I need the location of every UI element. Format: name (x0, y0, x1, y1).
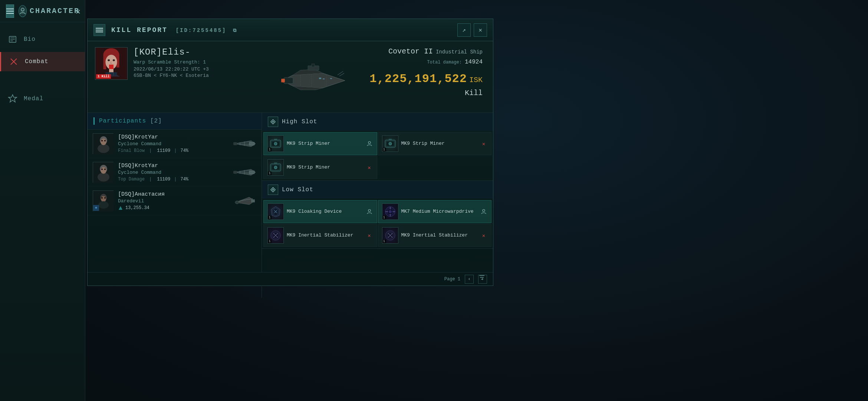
x-icon: ✕ (480, 140, 487, 147)
ship-type: Industrial Ship (436, 49, 483, 55)
prev-page-button[interactable]: ‹ (465, 275, 474, 284)
hamburger-line-3 (6, 13, 14, 14)
isk-value: 1,225,191,522 (369, 72, 467, 86)
warp-scramble: Warp Scramble Strength: 1 (134, 59, 261, 65)
page-indicator: Page 1 (444, 277, 460, 282)
high-slot-icon (268, 117, 278, 127)
high-slot-items: 1 MK9 Strip Miner (262, 131, 493, 180)
sidebar-medal-label: Medal (24, 95, 43, 102)
low-slot-section: Low Slot 1 (262, 181, 493, 249)
copy-icon[interactable]: ⧉ (233, 28, 237, 33)
window-export-button[interactable]: ↗ (457, 23, 471, 37)
isk-currency: ISK (469, 76, 483, 84)
ship-display (267, 47, 364, 107)
hamburger-menu-button[interactable] (6, 4, 14, 18)
svg-marker-7 (9, 95, 17, 102)
weapon-icon (233, 193, 256, 208)
item-name: MK7 Medium Microwarpdrive (401, 209, 477, 215)
low-slot-title: Low Slot (282, 186, 313, 193)
svg-point-0 (21, 8, 24, 11)
participant-avatar (93, 133, 114, 154)
item-quantity: 1 (382, 148, 386, 151)
kill-datetime: 2022/06/13 22:20:22 UTC +3 (134, 66, 261, 72)
stat-damage: 11109 (157, 148, 170, 153)
slot-item[interactable]: 1 MK9 Strip Miner ✕ (378, 132, 492, 155)
total-damage-label: Total damage: (427, 60, 462, 65)
item-icon: 1 (267, 203, 284, 220)
svg-point-44 (101, 167, 106, 174)
low-slot-items: 1 MK9 Cloaking Device (262, 199, 493, 248)
stat-damage: 11109 (157, 177, 170, 182)
wh-line-3 (96, 32, 103, 32)
sidebar-bio-label: Bio (24, 36, 36, 43)
low-slot-icon (268, 185, 278, 195)
window-close-button[interactable]: ✕ (474, 23, 487, 37)
sidebar: CHARACTER ✕ Bio Comba (0, 0, 85, 401)
slot-item[interactable]: 1 MK9 Strip Miner ✕ (263, 156, 377, 179)
high-slot-title: High Slot (282, 118, 317, 125)
person-icon (480, 208, 487, 215)
svg-rect-19 (284, 78, 293, 84)
slot-item[interactable]: 1 MK9 Strip Miner (263, 132, 377, 155)
low-slot-header: Low Slot (262, 181, 493, 199)
stat-label: Final Blow (118, 148, 145, 153)
sidebar-item-combat[interactable]: Combat (0, 52, 85, 71)
slot-item[interactable]: 1 MK7 Medium Microwarpdrive (378, 200, 492, 223)
svg-point-53 (101, 196, 106, 202)
participant-item[interactable]: [DSQ]KrotYar Cyclone Command Top Damage … (88, 158, 262, 187)
participant-name: [DSQ]KrotYar (118, 134, 228, 140)
sidebar-item-medal[interactable]: Medal (0, 89, 85, 108)
svg-rect-38 (233, 142, 237, 145)
filter-button[interactable] (477, 272, 487, 283)
participant-stats: Final Blow | 11109 | 74% (118, 148, 228, 153)
total-damage-value: 14924 (465, 59, 483, 65)
wh-line-1 (96, 28, 103, 29)
kill-badge: 1 Kill (96, 74, 111, 79)
window-menu-button[interactable] (93, 24, 105, 36)
participant-item[interactable]: [DSQ]KrotYar Cyclone Command Final Blow … (88, 130, 262, 158)
ship-info: Covetor II Industrial Ship Total damage:… (369, 47, 486, 97)
svg-rect-20 (281, 79, 285, 82)
kill-type: Kill (369, 89, 483, 97)
svg-point-33 (98, 144, 109, 153)
weapon-icon (233, 136, 256, 151)
svg-point-36 (104, 140, 106, 141)
window-title: KILL REPORT [ID:7255485] ⧉ (111, 26, 457, 34)
svg-point-60 (272, 121, 274, 123)
svg-point-55 (104, 197, 106, 199)
participant-ship: Cyclone Command (118, 170, 228, 175)
character-info: [KOR]Elis- Warp Scramble Strength: 1 202… (134, 47, 261, 78)
sidebar-item-bio[interactable]: Bio (0, 30, 85, 49)
window-titlebar: KILL REPORT [ID:7255485] ⧉ ↗ ✕ (88, 19, 493, 41)
svg-point-72 (274, 166, 277, 169)
participant-item[interactable]: + [DSQ]Анастасия Daredevil 13,255.34 (88, 187, 262, 215)
participant-avatar (93, 162, 114, 183)
kill-report-window: KILL REPORT [ID:7255485] ⧉ ↗ ✕ (87, 19, 493, 286)
sidebar-app-title: CHARACTER (30, 7, 80, 15)
svg-point-65 (368, 141, 371, 144)
svg-marker-57 (119, 206, 122, 210)
kill-location: 6SB-BN < FY6-NK < Esoteria (134, 73, 261, 78)
add-badge: + (93, 205, 99, 211)
hamburger-line-2 (6, 11, 14, 12)
weapon-icon (233, 165, 256, 180)
svg-rect-47 (249, 171, 254, 174)
header-bar (93, 117, 95, 125)
ship-name: Covetor II (388, 47, 433, 56)
svg-point-63 (274, 142, 277, 145)
character-name: [KOR]Elis- (134, 47, 261, 57)
slot-item[interactable]: 1 MK9 Cloaking Device (263, 200, 377, 223)
svg-point-45 (101, 169, 103, 170)
item-quantity: 1 (268, 172, 272, 175)
close-app-button[interactable]: ✕ (76, 7, 80, 17)
participant-stats: Top Damage | 11109 | 74% (118, 177, 228, 182)
item-name: MK9 Inertial Stabilizer (287, 232, 363, 239)
content-area: Participants [2] (88, 113, 493, 298)
sidebar-nav: Bio Combat Medal (0, 22, 85, 116)
x-icon: ✕ (366, 232, 373, 239)
participant-ship: Cyclone Command (118, 141, 228, 147)
svg-rect-22 (312, 64, 315, 67)
participant-name: [DSQ]Анастасия (118, 191, 228, 198)
slot-item[interactable]: 1 MK9 Inertial Stabilizer ✕ (263, 224, 377, 247)
slot-item[interactable]: 1 MK9 Inertial Stabilizer ✕ (378, 224, 492, 247)
